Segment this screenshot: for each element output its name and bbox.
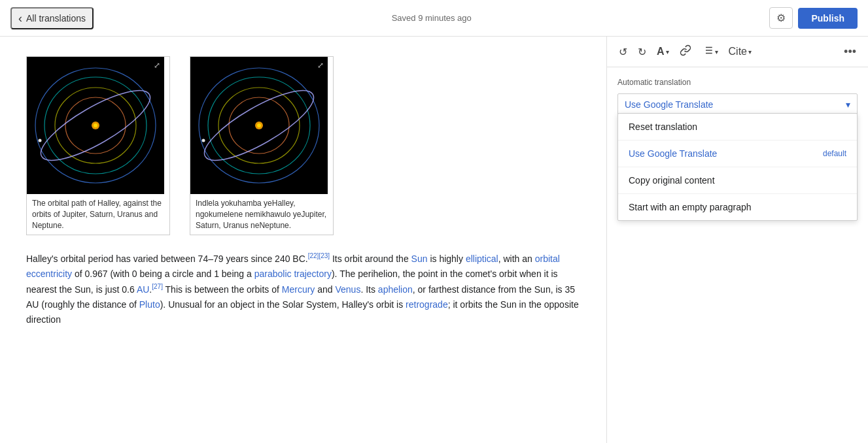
translation-section: Automatic translation Use Google Transla… (607, 67, 868, 443)
back-button[interactable]: ‹ All translations (10, 7, 94, 29)
toolbar: ↺ ↻ A ▾ ▾ Cite ▾ (607, 37, 868, 67)
back-arrow-icon: ‹ (18, 12, 22, 24)
undo-button[interactable]: ↺ (615, 43, 631, 61)
dropdown-item-reset-label: Reset translation (629, 122, 697, 132)
list-arrow-icon: ▾ (715, 48, 718, 56)
link-button[interactable] (676, 42, 695, 61)
image-caption-1: The orbital path of Halley, against the … (27, 194, 169, 235)
text-format-arrow-icon: ▾ (666, 48, 669, 56)
cite-button[interactable]: Cite ▾ (725, 43, 755, 60)
dropdown-item-google-translate[interactable]: Use Google Translate default (618, 140, 857, 167)
svg-point-11 (257, 123, 261, 127)
settings-button[interactable]: ⚙ (769, 7, 793, 29)
publish-button[interactable]: Publish (798, 8, 858, 29)
orbital-svg-2 (190, 57, 328, 194)
right-panel: ↺ ↻ A ▾ ▾ Cite ▾ (606, 37, 868, 443)
gear-icon: ⚙ (776, 12, 786, 24)
image-caption-2: Indlela yokuhamba yeHalley, ngokumelene … (190, 194, 333, 235)
link-mercury[interactable]: Mercury (282, 284, 315, 295)
dropdown-item-empty-paragraph[interactable]: Start with an empty paragraph (618, 194, 857, 220)
main-layout: ⤢ (0, 37, 868, 443)
image-card-1: ⤢ (26, 56, 170, 235)
link-pluto[interactable]: Pluto (139, 299, 160, 310)
dropdown-item-reset[interactable]: Reset translation (618, 114, 857, 140)
cite-arrow-icon: ▾ (748, 48, 752, 56)
more-button[interactable]: ••• (840, 44, 860, 60)
svg-point-2 (94, 123, 97, 127)
citation-22-23[interactable]: [22][23] (308, 252, 330, 259)
selected-option-label: Use Google Translate (625, 99, 713, 110)
undo-icon: ↺ (619, 46, 627, 58)
translation-dropdown-trigger[interactable]: Use Google Translate ▾ (617, 93, 858, 116)
link-venus[interactable]: Venus (335, 284, 360, 295)
svg-point-17 (202, 139, 205, 142)
text-format-icon: A (657, 46, 665, 57)
redo-icon: ↻ (638, 46, 646, 58)
article-text: Halley's orbital period has varied betwe… (26, 251, 580, 327)
more-icon: ••• (844, 45, 856, 58)
dropdown-item-copy-original-label: Copy original content (629, 175, 715, 186)
list-icon (702, 44, 714, 59)
dropdown-item-empty-paragraph-label: Start with an empty paragraph (629, 202, 752, 212)
link-parabolic-trajectory[interactable]: parabolic trajectory (254, 269, 332, 279)
back-label: All translations (26, 13, 86, 24)
list-button[interactable]: ▾ (698, 42, 722, 61)
orbital-svg-1 (27, 57, 164, 194)
orbital-image-1: ⤢ (27, 57, 164, 194)
header: ‹ All translations Saved 9 minutes ago ⚙… (0, 0, 868, 37)
images-row: ⤢ (26, 56, 580, 235)
redo-button[interactable]: ↻ (634, 43, 650, 61)
dropdown-item-copy-original[interactable]: Copy original content (618, 167, 857, 194)
link-elliptical[interactable]: elliptical (466, 254, 498, 264)
editor-area[interactable]: ⤢ (0, 37, 606, 443)
link-retrograde[interactable]: retrograde (406, 299, 448, 310)
svg-point-8 (39, 139, 42, 142)
link-aphelion[interactable]: aphelion (378, 284, 413, 295)
link-au[interactable]: AU (137, 284, 149, 295)
saved-status: Saved 9 minutes ago (94, 13, 769, 23)
orbital-image-2: ⤢ (190, 57, 328, 194)
cite-label: Cite (729, 46, 747, 57)
header-actions: ⚙ Publish (769, 7, 858, 29)
dropdown-item-google-translate-badge: default (823, 149, 846, 158)
translation-section-label: Automatic translation (617, 78, 858, 87)
expand-icon-1[interactable]: ⤢ (154, 61, 160, 70)
citation-27[interactable]: [27] (152, 283, 163, 290)
link-icon (680, 44, 691, 59)
expand-icon-2[interactable]: ⤢ (317, 61, 324, 70)
translation-dropdown-menu: Reset translation Use Google Translate d… (617, 113, 858, 221)
dropdown-item-google-translate-label: Use Google Translate (629, 148, 717, 159)
dropdown-arrow-icon: ▾ (846, 99, 850, 110)
link-sun[interactable]: Sun (411, 254, 428, 264)
image-card-2: ⤢ Indlela yokuhamba yeHalley, ngokumelen… (190, 56, 334, 235)
text-format-button[interactable]: A ▾ (653, 43, 673, 60)
article-paragraph: Halley's orbital period has varied betwe… (26, 251, 580, 327)
